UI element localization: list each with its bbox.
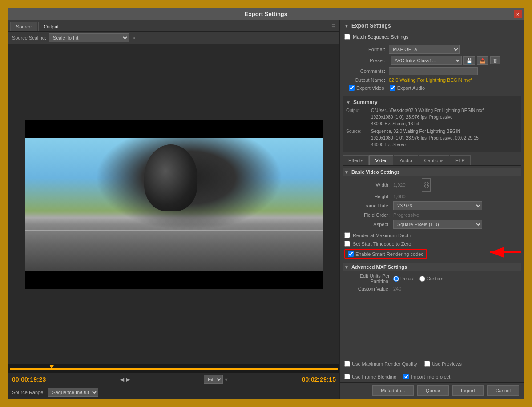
- source-scaling-select[interactable]: Scale To Fit: [49, 33, 129, 42]
- tab-captions[interactable]: Captions: [419, 155, 449, 165]
- video-content: [25, 138, 323, 271]
- summary-source-value: Sequence, 02.0 Waiting For Lightning BEG…: [371, 128, 479, 135]
- export-video-checkbox[interactable]: [349, 85, 355, 91]
- custom-radio[interactable]: [419, 276, 425, 282]
- render-max-depth-label: Render at Maximum Depth: [353, 233, 411, 238]
- use-previews-checkbox[interactable]: [424, 361, 430, 367]
- render-max-depth-checkbox[interactable]: [344, 232, 350, 238]
- use-frame-blending-label: Use Frame Blending: [352, 374, 396, 379]
- comments-label: Comments:: [344, 68, 389, 74]
- output-name-row: Output Name: 02.0 Waiting For Lightning …: [344, 77, 519, 83]
- advanced-mxf-section: ▼ Advanced MXF Settings Edit Units Per P…: [343, 263, 521, 291]
- import-preset-button[interactable]: 📥: [477, 56, 488, 65]
- enable-smart-rendering-row: Enable Smart Rendering codec: [343, 248, 521, 260]
- enable-smart-rendering-highlight: Enable Smart Rendering codec: [344, 249, 427, 259]
- import-into-project-item: Import into project: [403, 374, 450, 379]
- top-black-bar: [25, 120, 323, 138]
- panel-menu-icon[interactable]: ☰: [330, 22, 338, 31]
- summary-output-detail: 1920x1080 (1.0), 23.976 fps, Progressive: [371, 114, 484, 120]
- default-radio[interactable]: [393, 276, 399, 282]
- source-range-select[interactable]: Sequence In/Out: [48, 388, 98, 397]
- export-settings-toggle[interactable]: ▼: [344, 24, 349, 28]
- summary-toggle[interactable]: ▼: [346, 100, 351, 105]
- import-into-project-checkbox[interactable]: [403, 374, 409, 379]
- helmet-visual: [144, 144, 197, 211]
- tab-audio[interactable]: Audio: [394, 155, 418, 165]
- advanced-mxf-title: Advanced MXF Settings: [351, 264, 407, 270]
- basic-video-title: Basic Video Settings: [351, 169, 400, 175]
- match-sequence-checkbox[interactable]: [344, 34, 350, 40]
- save-preset-button[interactable]: 💾: [463, 56, 475, 65]
- aspect-select[interactable]: Square Pixels (1.0): [393, 220, 482, 229]
- enable-smart-rendering-checkbox[interactable]: [348, 251, 354, 257]
- video-preview-area: [8, 44, 339, 364]
- set-start-timecode-label: Set Start Timecode to Zero: [353, 241, 411, 247]
- set-start-timecode-checkbox[interactable]: [344, 241, 350, 247]
- summary-source-values: Sequence, 02.0 Waiting For Lightning BEG…: [371, 128, 479, 148]
- output-name-link[interactable]: 02.0 Waiting For Lightning BEGIN.mxf: [389, 77, 472, 83]
- render-max-depth-row: Render at Maximum Depth: [343, 231, 521, 239]
- height-label: Height:: [344, 194, 393, 199]
- source-range-bar: Source Range: Sequence In/Out: [8, 386, 339, 399]
- export-settings-title: Export Settings: [351, 23, 391, 29]
- frame-rate-row: Frame Rate: 23.976: [343, 201, 521, 210]
- edit-units-label: Edit Units Per Partition:: [344, 273, 393, 284]
- summary-title: Summary: [353, 99, 378, 105]
- title-bar: Export Settings ×: [8, 8, 524, 20]
- timeline-playhead-marker: [49, 365, 54, 369]
- tab-effects[interactable]: Effects: [343, 155, 369, 165]
- delete-preset-button[interactable]: 🗑: [490, 56, 500, 64]
- timeline-wrapper[interactable]: [8, 364, 339, 373]
- basic-video-settings-header: ▼ Basic Video Settings: [343, 168, 521, 176]
- summary-source-label: Source:: [346, 128, 368, 148]
- use-max-render-checkbox[interactable]: [344, 361, 350, 367]
- panel-tab-row: Effects Video Audio Captions FTP: [343, 155, 521, 166]
- road-line-visual: [25, 230, 323, 231]
- use-frame-blending-checkbox[interactable]: [344, 374, 350, 379]
- frame-rate-select[interactable]: 23.976: [393, 201, 482, 210]
- export-audio-checkbox[interactable]: [390, 85, 395, 91]
- queue-button[interactable]: Queue: [417, 385, 449, 396]
- video-frame: [25, 120, 323, 289]
- export-button[interactable]: Export: [452, 385, 484, 396]
- format-row: Format: MXF OP1a: [344, 45, 519, 54]
- timecode-start: 00:00:19:23: [12, 376, 46, 383]
- advanced-mxf-header: ▼ Advanced MXF Settings: [343, 263, 521, 271]
- action-buttons-bar: Metadata... Queue Export Cancel: [340, 382, 524, 399]
- timecode-end: 00:02:29:15: [302, 376, 336, 383]
- summary-output-label: Output:: [346, 107, 368, 127]
- advanced-mxf-toggle[interactable]: ▼: [344, 265, 349, 270]
- preset-select[interactable]: AVC-Intra Class1...: [391, 56, 462, 65]
- height-row: Height:: [343, 194, 521, 199]
- fit-select[interactable]: Fit: [204, 375, 223, 384]
- custom-radio-label: Custom: [427, 276, 443, 281]
- summary-source-detail: 1920x1080 (1.0), 23.976 fps, Progressive…: [371, 135, 479, 141]
- bottom-black-bar: [25, 271, 323, 289]
- tab-output[interactable]: Output: [38, 22, 64, 31]
- source-scaling-bar: Source Scaling: Scale To Fit ▪: [8, 32, 339, 44]
- width-label: Width:: [344, 182, 393, 188]
- format-select[interactable]: MXF OP1a: [389, 45, 460, 54]
- cancel-button[interactable]: Cancel: [487, 385, 519, 396]
- link-dimensions-icon[interactable]: ⛓: [422, 178, 431, 192]
- comments-row: Comments:: [344, 67, 519, 75]
- height-input[interactable]: [393, 194, 420, 199]
- match-sequence-label: Match Sequence Settings: [353, 34, 408, 40]
- close-button[interactable]: ×: [514, 10, 522, 18]
- custom-radio-item: Custom: [419, 276, 443, 282]
- comments-input[interactable]: [389, 67, 478, 75]
- next-frame-button[interactable]: ▶: [126, 376, 130, 383]
- field-order-value: Progressive: [393, 212, 419, 218]
- controls-bar: 00:00:19:23 ◀ ▶ Fit ▾ 00:02:29:15: [8, 373, 339, 386]
- basic-video-toggle[interactable]: ▼: [344, 170, 349, 175]
- export-video-item: Export Video: [349, 85, 384, 91]
- dropdown-arrow-icon: ▾: [225, 376, 228, 383]
- prev-frame-button[interactable]: ◀: [120, 376, 124, 383]
- tab-ftp[interactable]: FTP: [450, 155, 471, 165]
- summary-section: ▼ Summary Output: C:\User...\Desktop\02.…: [343, 96, 521, 152]
- metadata-button[interactable]: Metadata...: [372, 385, 414, 396]
- width-input[interactable]: [393, 182, 420, 188]
- left-panel: Source Output ☰ Source Scaling: Scale To…: [8, 20, 340, 399]
- tab-video[interactable]: Video: [369, 155, 393, 165]
- tab-source[interactable]: Source: [10, 22, 37, 31]
